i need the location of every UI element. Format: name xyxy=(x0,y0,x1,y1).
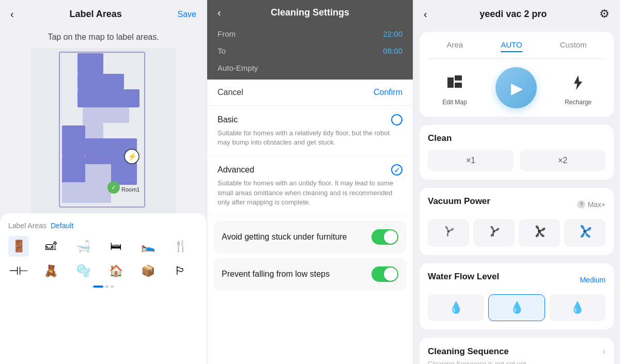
cs-title: Cleaning Sequence xyxy=(428,346,509,357)
svg-point-25 xyxy=(583,230,586,233)
water-drop-med: 💧 xyxy=(510,301,524,314)
basic-option[interactable]: Basic Suitable for homes with a relative… xyxy=(207,106,413,156)
svg-rect-18 xyxy=(447,77,454,88)
label-areas-default[interactable]: Default xyxy=(51,221,73,230)
cleaning-settings-panel: ‹ Cleaning Settings From 22:00 To 08:00 … xyxy=(207,0,413,364)
advanced-option[interactable]: Advanced ✓ Suitable for homes with an un… xyxy=(207,156,413,216)
svg-rect-3 xyxy=(78,89,140,107)
power-option-1[interactable] xyxy=(428,219,469,247)
clean-twice[interactable]: ×2 xyxy=(520,150,606,171)
power-options xyxy=(428,219,606,247)
svg-rect-10 xyxy=(62,156,85,185)
dot-inactive1 xyxy=(105,286,109,288)
water-option-med[interactable]: 💧 xyxy=(488,294,546,321)
prevent-falling-toggle-row: Prevent falling from low steps xyxy=(213,258,407,290)
fan-max-icon xyxy=(578,224,592,242)
svg-rect-11 xyxy=(62,182,111,203)
room-icon-dining[interactable]: 🍴 xyxy=(170,236,191,257)
cs-subtitle: Cleaning Sequence is not set yet. xyxy=(428,360,606,364)
room-icon-bed[interactable]: 🛏 xyxy=(105,236,126,257)
recharge-action[interactable]: Recharge xyxy=(565,70,592,106)
room-icon-bath[interactable]: 🛁 xyxy=(73,236,94,257)
panel2-back-icon[interactable]: ‹ xyxy=(218,7,221,19)
save-button[interactable]: Save xyxy=(178,10,196,19)
room-icon-bed2[interactable]: 🛌 xyxy=(138,236,159,257)
room-icon-toy[interactable]: 🧸 xyxy=(41,261,61,281)
tab-area[interactable]: Area xyxy=(447,40,463,52)
fan-low-icon xyxy=(441,224,456,242)
power-option-4[interactable] xyxy=(564,219,606,247)
dot-inactive2 xyxy=(111,286,114,288)
recharge-label: Recharge xyxy=(565,99,592,106)
avoid-stuck-toggle[interactable] xyxy=(371,229,398,245)
advanced-option-header: Advanced ✓ xyxy=(218,164,402,176)
page-dots xyxy=(8,286,198,288)
room-icons-grid: 🚪 🛋 🛁 🛏 🛌 🍴 ⊣⊢ 🧸 🫧 🏠 📦 🏳 xyxy=(8,236,198,281)
water-flow-card: Water Flow Level Medium 💧 💧 💧 xyxy=(420,263,614,329)
back-arrow-icon[interactable]: ‹ xyxy=(10,8,14,20)
cleaning-sequence-card[interactable]: Cleaning Sequence › Cleaning Sequence is… xyxy=(420,338,614,364)
room-icon-bow[interactable]: ⊣⊢ xyxy=(8,261,29,281)
from-value[interactable]: 22:00 xyxy=(383,29,402,38)
power-option-2[interactable] xyxy=(473,219,515,247)
fan-med-icon xyxy=(487,224,501,242)
edit-map-action[interactable]: Edit Map xyxy=(442,70,468,106)
to-value[interactable]: 08:00 xyxy=(383,46,402,55)
to-row: To 08:00 xyxy=(207,42,413,59)
vacuum-power-title: Vacuum Power xyxy=(428,196,490,207)
svg-text:Room1: Room1 xyxy=(121,186,140,193)
advanced-radio[interactable]: ✓ xyxy=(391,164,402,176)
basic-option-title: Basic xyxy=(218,115,238,124)
advanced-option-title: Advanced xyxy=(218,165,254,175)
prevent-falling-toggle[interactable] xyxy=(371,266,398,282)
room-icon-washer[interactable]: 🫧 xyxy=(73,261,94,281)
device-settings-panel: ‹ yeedi vac 2 pro ⚙ Area AUTO Custom Edi… xyxy=(413,0,620,364)
play-icon: ▶ xyxy=(511,79,523,97)
svg-text:⚡: ⚡ xyxy=(128,152,137,161)
mode-card: Area AUTO Custom Edit Map ▶ xyxy=(420,32,614,117)
cancel-button[interactable]: Cancel xyxy=(218,88,243,97)
power-option-3[interactable] xyxy=(519,219,560,247)
map-area[interactable]: ✓ Room1 ⚡ xyxy=(31,48,176,213)
svg-rect-5 xyxy=(83,123,103,138)
room-icon-flag[interactable]: 🏳 xyxy=(170,261,191,281)
confirm-button[interactable]: Confirm xyxy=(374,88,402,97)
panel3-back-icon[interactable]: ‹ xyxy=(424,8,427,20)
avoid-stuck-label: Avoid getting stuck under furniture xyxy=(222,232,365,242)
mode-tabs: Area AUTO Custom xyxy=(428,40,606,59)
clean-title: Clean xyxy=(428,133,606,144)
water-drop-high: 💧 xyxy=(570,301,584,314)
room-icon-box[interactable]: 📦 xyxy=(138,261,159,281)
checkmark-icon: ✓ xyxy=(394,165,400,175)
question-mark-icon[interactable]: ? xyxy=(577,200,585,209)
water-drop-low: 💧 xyxy=(449,301,463,314)
from-row: From 22:00 xyxy=(207,25,413,42)
vacuum-power-card: Vacuum Power ? Max+ xyxy=(420,188,614,255)
gear-icon[interactable]: ⚙ xyxy=(599,7,610,21)
clean-options: ×1 ×2 xyxy=(428,150,606,171)
basic-radio[interactable] xyxy=(391,114,402,125)
room-icon-sofa[interactable]: 🛋 xyxy=(41,236,61,257)
svg-rect-1 xyxy=(78,53,103,74)
room-icon-house[interactable]: 🏠 xyxy=(105,261,126,281)
water-flow-header: Water Flow Level Medium xyxy=(428,272,606,288)
clean-once[interactable]: ×1 xyxy=(428,150,514,171)
svg-point-22 xyxy=(447,230,450,233)
tab-custom[interactable]: Custom xyxy=(560,40,587,52)
play-button[interactable]: ▶ xyxy=(495,67,537,108)
mode-actions: Edit Map ▶ Recharge xyxy=(428,67,606,108)
room-icon-door[interactable]: 🚪 xyxy=(8,236,29,257)
water-options: 💧 💧 💧 xyxy=(428,294,606,321)
label-areas-panel: ‹ Label Areas Save Tap on the map to lab… xyxy=(0,0,207,364)
svg-text:✓: ✓ xyxy=(111,184,116,191)
svg-point-24 xyxy=(538,230,541,233)
panel2-header: ‹ Cleaning Settings xyxy=(207,0,413,25)
dot-active xyxy=(93,286,103,288)
svg-rect-20 xyxy=(455,83,462,88)
cs-header-row: Cleaning Sequence › xyxy=(428,346,606,357)
clean-card: Clean ×1 ×2 xyxy=(420,125,614,180)
label-areas-row: Label Areas Default xyxy=(8,221,198,230)
water-option-low[interactable]: 💧 xyxy=(428,294,484,321)
tab-auto[interactable]: AUTO xyxy=(501,40,522,52)
water-option-high[interactable]: 💧 xyxy=(549,294,606,321)
